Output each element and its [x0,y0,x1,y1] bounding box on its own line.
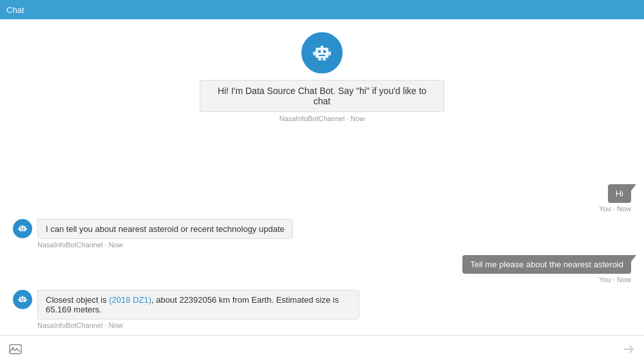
user-bubble-2: Tell me please about the nearest asteroi… [462,255,631,274]
bot-avatar-large [301,32,343,73]
messages-container: Hi You · Now I can tell you about neares… [0,184,644,329]
svg-rect-8 [323,58,326,61]
svg-rect-13 [22,225,23,227]
bot-message-row: I can tell you about nearest asteroid or… [13,219,631,249]
bot-intro: Hi! I'm Data Source Chat Bot. Say "hi" i… [200,32,444,122]
user-sender: You · Now [599,205,631,213]
input-area [0,335,644,362]
svg-rect-22 [26,299,27,301]
svg-rect-0 [316,48,328,58]
svg-rect-4 [321,46,323,48]
user-message-row-2: Tell me please about the nearest asteroi… [13,255,631,283]
chat-input[interactable] [24,344,620,354]
svg-rect-6 [328,52,331,55]
user-bubble: Hi [608,184,631,203]
svg-rect-14 [18,228,19,230]
bot-msg-content-2: Closest object is (2018 DZ1), about 2239… [37,290,359,329]
bot-msg-content: I can tell you about nearest asteroid or… [37,219,293,249]
user-sender-2: You · Now [599,276,631,283]
svg-rect-19 [21,301,24,301]
asteroid-link[interactable]: (2018 DZ1) [109,295,151,305]
app-title: Chat [6,5,24,15]
chat-area: Hi! I'm Data Source Chat Bot. Say "hi" i… [0,19,644,335]
svg-rect-1 [318,50,321,53]
bot-sender: NasaInfoBotChannel · Now [37,241,293,249]
bot-sender-2: NasaInfoBotChannel · Now [37,321,359,329]
svg-rect-9 [19,226,26,231]
svg-rect-12 [21,230,24,231]
title-bar: Chat [0,0,644,19]
bot-avatar-small-2 [13,290,32,309]
bot-avatar-small [13,219,32,238]
svg-rect-5 [313,52,316,55]
svg-rect-2 [323,50,326,53]
svg-rect-15 [26,228,27,230]
svg-rect-7 [318,58,321,61]
bot-message-row-2: Closest object is (2018 DZ1), about 2239… [13,290,631,329]
bot-bubble: I can tell you about nearest asteroid or… [37,219,293,239]
intro-bubble: Hi! I'm Data Source Chat Bot. Say "hi" i… [200,80,444,112]
svg-rect-18 [23,298,24,300]
intro-sender: NasaInfoBotChannel · Now [279,115,365,122]
svg-rect-21 [18,299,19,301]
svg-rect-3 [319,55,325,56]
svg-rect-16 [19,297,26,302]
send-button[interactable] [620,340,638,358]
bot-bubble-2: Closest object is (2018 DZ1), about 2239… [37,290,359,319]
svg-rect-17 [21,298,22,300]
svg-rect-11 [23,227,24,229]
svg-rect-20 [22,296,23,298]
svg-rect-10 [21,227,22,229]
image-button[interactable] [6,340,24,358]
user-message-row: Hi You · Now [13,184,631,213]
